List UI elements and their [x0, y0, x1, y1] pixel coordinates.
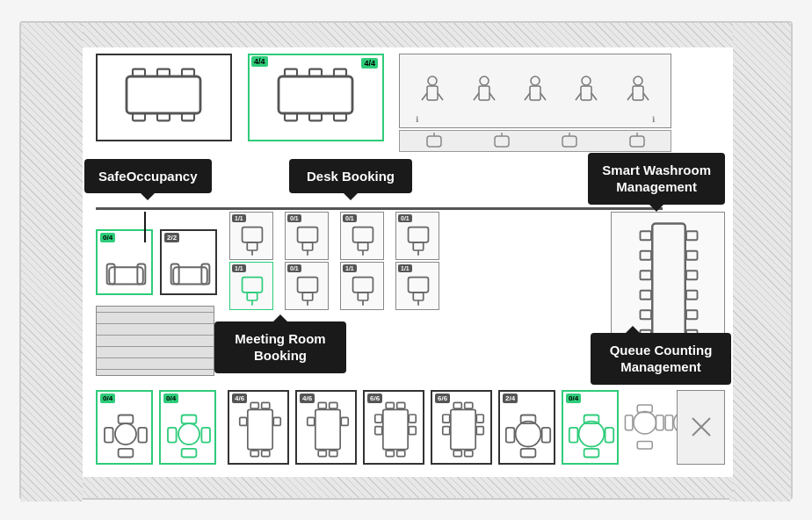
svg-rect-99 [262, 450, 270, 456]
x-mark-icon [688, 414, 714, 440]
svg-rect-89 [138, 427, 147, 442]
badge-mr4: 0/1 [398, 214, 412, 222]
svg-rect-88 [105, 427, 113, 442]
wall-horizontal-1 [96, 207, 663, 210]
desk-chair-icon7 [401, 222, 436, 257]
svg-point-30 [634, 76, 642, 85]
cafe-table-icon3 [368, 400, 423, 459]
washroom-label: ℹ [416, 115, 418, 124]
lounge-room-2: 0/4 [159, 390, 216, 465]
svg-rect-94 [201, 427, 210, 442]
tooltip-safe-occupancy: SafeOccupancy [84, 159, 212, 194]
cafe-table-2: 4/6 [295, 390, 357, 465]
meeting-pod-col3: 0/1 1/1 [340, 212, 384, 308]
floor-plan: 4/4 4/4 [19, 21, 793, 500]
svg-rect-96 [250, 402, 258, 408]
svg-rect-0 [127, 76, 200, 113]
svg-rect-117 [409, 426, 416, 434]
svg-rect-124 [443, 426, 450, 434]
svg-rect-120 [465, 402, 473, 408]
lounge-chairs-1 [99, 402, 152, 459]
cafe-table-3: 6/6 [363, 390, 424, 465]
conference-room-right: 4/4 [248, 54, 384, 141]
svg-rect-55 [302, 242, 312, 249]
svg-rect-130 [506, 427, 515, 442]
svg-rect-73 [641, 231, 652, 240]
wall-hatch-top [83, 23, 733, 47]
svg-rect-58 [302, 292, 312, 300]
tooltip-smart-washroom: Smart WashroomManagement [588, 153, 725, 205]
svg-rect-104 [330, 402, 337, 408]
svg-rect-19 [479, 86, 489, 100]
conference-table-icon [106, 64, 221, 126]
svg-rect-69 [409, 277, 429, 292]
svg-rect-67 [413, 242, 423, 249]
svg-rect-112 [386, 450, 394, 456]
svg-point-85 [115, 423, 136, 444]
svg-rect-27 [581, 86, 591, 100]
svg-rect-75 [641, 271, 652, 279]
svg-rect-139 [637, 441, 652, 449]
svg-rect-60 [353, 227, 373, 242]
svg-rect-61 [358, 242, 367, 249]
svg-line-28 [576, 93, 581, 100]
svg-rect-126 [476, 426, 483, 434]
toilet-stall-4 [574, 76, 598, 106]
wall-hatch-left [21, 23, 83, 502]
badge-desk2-top: 4/4 [251, 56, 268, 67]
badge-room2: 2/2 [164, 233, 179, 242]
badge-lounge2: 0/4 [163, 394, 178, 403]
cafe-table-icon4 [436, 400, 490, 459]
svg-point-132 [579, 421, 605, 446]
svg-rect-125 [476, 415, 483, 422]
badge-room1: 0/4 [100, 233, 115, 242]
svg-point-14 [428, 76, 437, 85]
svg-line-29 [591, 93, 597, 100]
svg-point-127 [516, 421, 541, 446]
svg-rect-70 [413, 292, 423, 300]
svg-line-25 [540, 93, 546, 100]
cafe-table-4: 6/6 [431, 390, 492, 465]
svg-rect-103 [318, 402, 326, 408]
cafe-table-icon2 [301, 400, 355, 459]
desk-chair-icon3 [290, 222, 325, 257]
toilet-stall-5 [626, 76, 650, 106]
conference-table-icon2 [258, 64, 373, 126]
svg-rect-106 [330, 450, 337, 456]
desk-chair-icon [235, 222, 270, 257]
staircase [96, 306, 214, 376]
tooltip-queue-counting: Queue CountingManagement [591, 333, 731, 385]
sink-row [399, 130, 671, 152]
svg-rect-92 [182, 448, 197, 457]
svg-rect-136 [605, 427, 614, 442]
cafe-table-6: 0/4 [562, 390, 619, 465]
svg-line-17 [438, 93, 443, 100]
desk-chair-icon5 [345, 222, 381, 257]
svg-rect-111 [397, 402, 405, 408]
toilet-stall-1 [420, 76, 445, 106]
conference-room-left [96, 54, 232, 141]
svg-line-32 [627, 93, 633, 100]
svg-rect-57 [298, 277, 318, 292]
meeting-pod-col1: 1/1 1/1 [229, 212, 273, 308]
svg-rect-123 [443, 415, 450, 422]
washroom-area: ℹ ℹ [399, 54, 671, 128]
desk-chair-icon6 [345, 272, 381, 307]
desk-chair-icon4 [290, 272, 325, 307]
badge-mr1: 1/1 [232, 214, 246, 222]
badge-mr5: 1/1 [232, 264, 246, 272]
sofa-icon [102, 250, 150, 290]
badge-cafe2: 4/6 [300, 394, 315, 403]
svg-rect-110 [386, 402, 394, 408]
badge-cafe3: 6/6 [367, 394, 382, 403]
svg-line-33 [643, 93, 649, 100]
badge-desk2: 4/4 [361, 58, 378, 69]
svg-rect-23 [530, 86, 540, 100]
cafe-table-5: 2/4 [498, 390, 555, 465]
badge-lounge1: 0/4 [100, 394, 115, 403]
svg-rect-95 [248, 409, 272, 449]
svg-rect-122 [465, 450, 473, 456]
svg-rect-101 [273, 417, 280, 425]
svg-rect-52 [247, 292, 257, 300]
svg-rect-86 [119, 415, 134, 423]
